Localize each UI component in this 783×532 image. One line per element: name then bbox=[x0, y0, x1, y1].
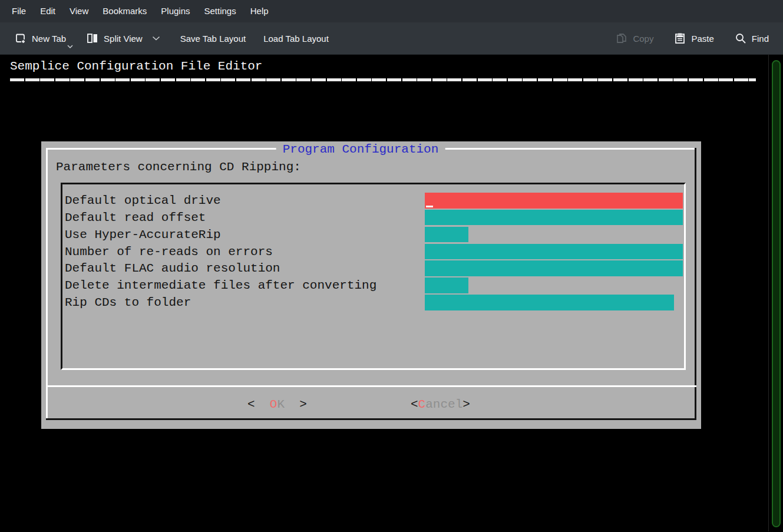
copy-icon bbox=[615, 32, 628, 45]
form-row: Default read offset bbox=[65, 210, 684, 227]
menu-file[interactable]: File bbox=[5, 0, 33, 22]
field-input-optical-drive[interactable]: /dev/cdrom bbox=[425, 193, 683, 209]
copy-button[interactable]: Copy bbox=[609, 28, 659, 48]
paste-label: Paste bbox=[691, 34, 713, 44]
text-cursor bbox=[426, 206, 433, 207]
field-label: Default optical drive bbox=[65, 193, 425, 210]
find-button[interactable]: Find bbox=[728, 28, 775, 48]
menubar: File Edit View Bookmarks Plugins Setting… bbox=[0, 0, 783, 22]
menu-settings[interactable]: Settings bbox=[197, 0, 243, 22]
find-label: Find bbox=[752, 34, 769, 44]
program-configuration-dialog: Program Configuration Parameters concern… bbox=[41, 141, 701, 429]
load-tab-layout-label: Load Tab Layout bbox=[263, 34, 329, 44]
form-row: Use Hyper-AccurateRip no bbox=[65, 227, 684, 244]
dialog-button-separator bbox=[46, 385, 696, 387]
cancel-hotkey: C bbox=[418, 398, 426, 411]
backtitle-rule bbox=[10, 78, 756, 81]
cancel-button[interactable]: <Cancel> bbox=[411, 396, 470, 414]
field-input-read-offset[interactable] bbox=[425, 210, 683, 226]
ok-button[interactable]: < OK > bbox=[247, 396, 307, 414]
dialog-border-bottom bbox=[46, 418, 696, 420]
scrollbar-track-divider bbox=[768, 55, 769, 531]
ok-hotkey: O bbox=[270, 398, 277, 411]
dialog-border-left bbox=[46, 148, 48, 420]
field-label: Delete intermediate files after converti… bbox=[65, 277, 425, 295]
field-input-rip-folder[interactable]: $HOME/Desktop bbox=[425, 295, 674, 310]
menu-bookmarks[interactable]: Bookmarks bbox=[95, 0, 154, 22]
field-label: Use Hyper-AccurateRip bbox=[65, 227, 425, 244]
form-row: Default FLAC audio resolution standard bbox=[65, 260, 684, 277]
search-icon bbox=[734, 32, 747, 45]
cancel-label-rest: ancel bbox=[425, 398, 462, 411]
copy-label: Copy bbox=[633, 34, 653, 44]
field-label: Rip CDs to folder bbox=[65, 295, 425, 312]
new-tab-icon bbox=[14, 32, 27, 45]
save-tab-layout-button[interactable]: Save Tab Layout bbox=[174, 30, 252, 47]
paste-icon bbox=[673, 32, 686, 45]
new-tab-label: New Tab bbox=[32, 34, 66, 44]
new-tab-button[interactable]: New Tab bbox=[8, 28, 72, 48]
dialog-title: Program Configuration bbox=[276, 142, 445, 157]
form-row: Rip CDs to folder $HOME/Desktop bbox=[65, 295, 684, 312]
dialog-buttons: < OK > <Cancel> bbox=[41, 396, 701, 414]
field-input-hyper-accuraterip[interactable]: no bbox=[425, 227, 468, 243]
menu-help[interactable]: Help bbox=[243, 0, 276, 22]
load-tab-layout-button[interactable]: Load Tab Layout bbox=[257, 30, 335, 47]
terminal-backtitle: Semplice Configuration File Editor bbox=[10, 60, 262, 73]
ok-label-rest: K bbox=[277, 398, 299, 411]
chevron-down-icon bbox=[67, 45, 73, 48]
dialog-subtitle: Parameters concerning CD Ripping: bbox=[56, 159, 301, 176]
field-input-delete-intermediate[interactable]: yes bbox=[425, 277, 468, 293]
split-view-button[interactable]: Split View bbox=[80, 28, 166, 48]
bracket: < bbox=[411, 398, 418, 411]
terminal-view[interactable]: Semplice Configuration File Editor Progr… bbox=[0, 55, 783, 531]
toolbar: New Tab Split View Save Tab Layout Load … bbox=[0, 22, 783, 55]
chevron-down-icon bbox=[152, 36, 160, 41]
form-box: Default optical drive /dev/cdrom Default… bbox=[61, 183, 686, 370]
paste-button[interactable]: Paste bbox=[668, 28, 719, 48]
field-input-re-reads[interactable]: 40 bbox=[425, 244, 683, 260]
bracket: > bbox=[462, 398, 470, 411]
save-tab-layout-label: Save Tab Layout bbox=[180, 34, 246, 44]
menu-view[interactable]: View bbox=[62, 0, 95, 22]
split-view-icon bbox=[86, 32, 99, 45]
form-row: Number of re-reads on errors 40 bbox=[65, 244, 684, 261]
dialog-border-right bbox=[695, 148, 696, 420]
menu-edit[interactable]: Edit bbox=[33, 0, 62, 22]
split-view-label: Split View bbox=[104, 34, 143, 44]
pad bbox=[255, 398, 270, 411]
field-input-flac-resolution[interactable]: standard bbox=[425, 260, 683, 276]
form-row: Delete intermediate files after converti… bbox=[65, 277, 684, 295]
field-label: Default FLAC audio resolution bbox=[65, 260, 425, 277]
bracket: < bbox=[247, 398, 255, 411]
form-row: Default optical drive /dev/cdrom bbox=[65, 193, 684, 210]
bracket: > bbox=[299, 398, 307, 411]
field-label: Default read offset bbox=[65, 210, 425, 227]
field-label: Number of re-reads on errors bbox=[65, 244, 425, 261]
scrollbar-thumb[interactable] bbox=[772, 60, 781, 527]
menu-plugins[interactable]: Plugins bbox=[154, 0, 197, 22]
